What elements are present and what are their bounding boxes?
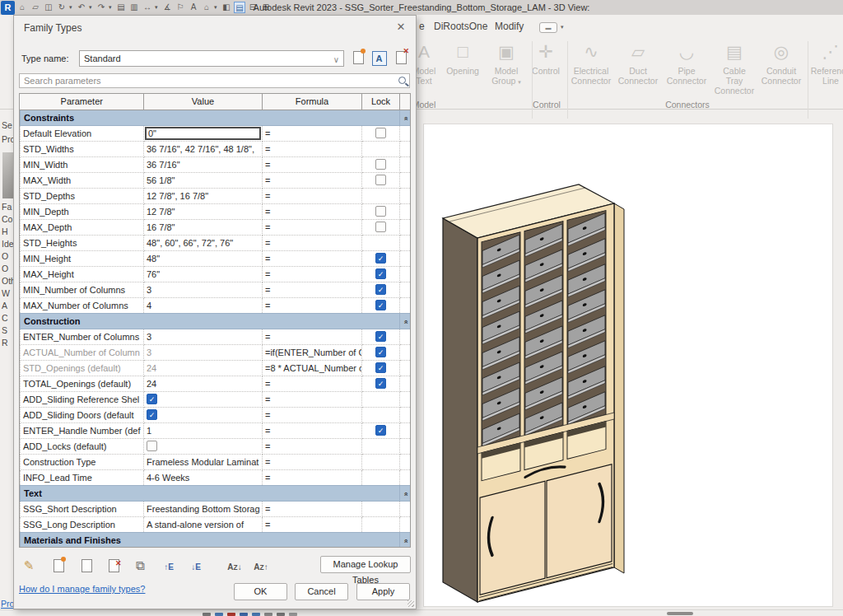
parameter-formula[interactable]: = <box>263 376 362 391</box>
parameter-lock[interactable] <box>362 407 400 422</box>
tab-modify[interactable]: Modify <box>495 21 524 32</box>
view-control-icon[interactable] <box>289 613 297 616</box>
parameter-formula[interactable]: = <box>263 438 362 454</box>
move-up-icon[interactable]: ↑E <box>161 558 177 574</box>
lock-checkbox-checked[interactable]: ✓ <box>375 347 386 357</box>
parameter-formula[interactable]: = <box>263 156 362 172</box>
parameter-lock[interactable] <box>362 235 400 250</box>
parameter-value[interactable]: ✓ <box>144 407 263 422</box>
parameter-row[interactable]: STD_Widths36 7/16", 42 7/16", 48 1/8",= <box>21 141 412 156</box>
revit-app-icon[interactable]: R <box>1 1 15 15</box>
parameter-formula[interactable]: = <box>263 297 362 313</box>
ribbon-button-model-group[interactable]: ▣ModelGroup ▾ <box>483 40 529 102</box>
section-header-constraints[interactable]: Constraints» <box>21 110 412 125</box>
manage-lookup-tables-button[interactable]: Manage Lookup Tables <box>320 556 411 573</box>
parameter-row[interactable]: ADD_Sliding Doors (default✓= <box>21 407 412 422</box>
parameter-formula[interactable]: = <box>263 407 362 422</box>
parameter-value[interactable] <box>144 438 263 454</box>
duplicate-parameter-icon[interactable]: ⧉ <box>132 558 148 574</box>
header-lock[interactable]: Lock <box>362 94 400 110</box>
new-parameter-icon[interactable] <box>50 558 67 574</box>
lock-checkbox-checked[interactable]: ✓ <box>375 253 386 264</box>
parameter-formula[interactable]: =if(ENTER_Number of C <box>263 344 362 360</box>
value-checkbox-checked[interactable]: ✓ <box>147 409 157 420</box>
parameter-formula[interactable]: = <box>263 329 362 344</box>
parameter-row[interactable]: STD_Depths12 7/8", 16 7/8"= <box>21 188 412 203</box>
apply-button[interactable]: Apply <box>356 583 410 600</box>
print-icon[interactable]: ▤ <box>115 2 127 13</box>
redo-icon[interactable]: ↷ <box>95 2 107 13</box>
parameter-value[interactable]: 36 7/16", 42 7/16", 48 1/8", <box>144 141 263 156</box>
parameter-value[interactable]: 3 <box>144 329 263 344</box>
lock-checkbox-unchecked[interactable] <box>375 159 386 170</box>
lock-checkbox-unchecked[interactable] <box>375 175 386 185</box>
section-icon[interactable]: ◧ <box>221 2 232 13</box>
header-parameter[interactable]: Parameter <box>21 94 144 110</box>
parameter-lock[interactable] <box>362 125 400 141</box>
ribbon-button-pipe-connector[interactable]: ◡PipeConnector <box>664 40 710 102</box>
parameter-formula[interactable]: = <box>263 172 362 188</box>
collapse-section-icon[interactable]: » <box>402 539 410 543</box>
parameter-row[interactable]: Default Elevation0"= <box>21 125 412 141</box>
parameter-formula[interactable]: = <box>263 188 362 203</box>
parameter-lock[interactable] <box>362 219 400 235</box>
sync-with-central-icon[interactable]: ↻ <box>56 2 68 13</box>
parameter-value[interactable]: ✓ <box>144 391 263 407</box>
open-file-icon[interactable]: ▱ <box>30 2 41 13</box>
collapse-section-icon[interactable]: » <box>402 116 410 120</box>
ribbon-button-opening[interactable]: □Opening <box>440 40 485 102</box>
cabinet-3d-model[interactable] <box>426 161 673 612</box>
parameter-value[interactable]: 4-6 Weeks <box>144 469 263 485</box>
view-control-bar-strip[interactable] <box>203 613 297 616</box>
parameter-value[interactable]: 4 <box>144 297 263 313</box>
lock-checkbox-unchecked[interactable] <box>375 206 386 217</box>
value-checkbox-checked[interactable]: ✓ <box>147 394 157 404</box>
parameter-value[interactable]: 1 <box>144 422 263 438</box>
parameter-value[interactable]: Freestanding Bottom Storag <box>144 501 263 516</box>
ribbon-display-caret-icon[interactable]: ▾ <box>561 24 564 30</box>
parameter-formula[interactable]: = <box>263 235 362 250</box>
view-control-icon[interactable] <box>203 613 211 616</box>
parameter-row[interactable]: TOTAL_Openings (default)24=✓ <box>21 376 412 391</box>
parameter-row[interactable]: SSG_Short DescriptionFreestanding Bottom… <box>21 501 412 516</box>
parameter-lock[interactable]: ✓ <box>362 282 400 297</box>
parameter-lock[interactable] <box>362 188 400 203</box>
parameter-value[interactable]: 0" <box>144 125 263 141</box>
tab-dirootsone[interactable]: DiRootsOne <box>434 21 487 32</box>
parameter-value[interactable]: 24 <box>144 360 263 376</box>
parameter-row[interactable]: MAX_Number of Columns4=✓ <box>21 297 412 313</box>
lock-checkbox-checked[interactable]: ✓ <box>375 268 386 279</box>
lock-checkbox-checked[interactable]: ✓ <box>375 331 386 342</box>
parameter-lock[interactable]: ✓ <box>362 250 400 266</box>
parameter-lock[interactable]: ✓ <box>362 297 400 313</box>
cancel-button[interactable]: Cancel <box>295 583 348 600</box>
parameter-value[interactable]: 16 7/8" <box>144 219 263 235</box>
parameter-value[interactable]: 3 <box>144 282 263 297</box>
search-parameters-input[interactable]: Search parameters <box>19 73 410 88</box>
parameter-lock[interactable] <box>362 156 400 172</box>
parameter-row[interactable]: MIN_Width36 7/16"= <box>21 156 412 172</box>
delete-type-button[interactable]: ✕ <box>394 50 409 66</box>
ok-button[interactable]: OK <box>234 583 287 600</box>
parameter-value[interactable]: 76" <box>144 266 263 282</box>
lock-checkbox-checked[interactable]: ✓ <box>375 378 386 389</box>
parameter-lock[interactable] <box>362 454 400 469</box>
collapse-section-icon[interactable]: » <box>402 320 410 324</box>
section-header-text[interactable]: Text» <box>21 485 412 501</box>
parameter-row[interactable]: ADD_Locks (default)= <box>21 438 412 454</box>
parameter-value[interactable]: 3 <box>144 344 263 360</box>
scrollbar-thumb[interactable] <box>667 612 693 615</box>
parameter-lock[interactable] <box>362 172 400 188</box>
parameter-row[interactable]: ENTER_Handle Number (def1=✓ <box>21 422 412 438</box>
parameter-lock[interactable] <box>362 501 400 516</box>
parameter-row[interactable]: SSG_Long DescriptionA stand-alone versio… <box>21 516 412 532</box>
parameter-value[interactable]: 56 1/8" <box>144 172 263 188</box>
parameter-lock[interactable]: ✓ <box>362 344 400 360</box>
parameter-row[interactable]: INFO_Lead Time4-6 Weeks= <box>21 469 412 485</box>
type-name-combobox[interactable]: Standard ∨ <box>79 50 344 67</box>
aligned-dimension-icon[interactable]: ∡ <box>161 2 173 13</box>
sort-descending-icon[interactable]: AZ↑ <box>253 558 269 574</box>
parameter-formula[interactable]: = <box>263 469 362 485</box>
lock-checkbox-checked[interactable]: ✓ <box>375 284 386 295</box>
home-icon[interactable]: ⌂ <box>16 2 28 13</box>
